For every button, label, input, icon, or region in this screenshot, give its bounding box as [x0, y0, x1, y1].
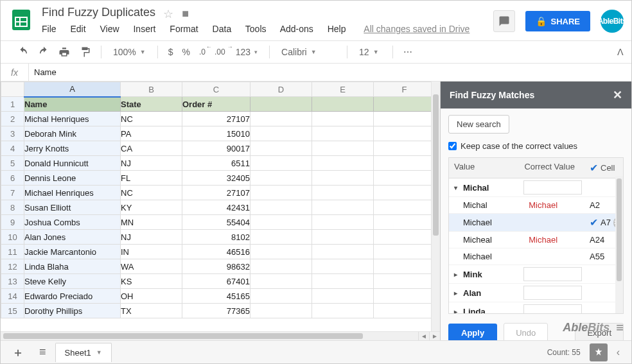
row-header[interactable]: 14 — [1, 289, 24, 304]
keep-case-checkbox[interactable]: Keep case of the correct values — [448, 141, 624, 151]
header-cell[interactable]: Name — [24, 97, 121, 112]
cell[interactable]: KY — [121, 200, 182, 215]
print-icon[interactable] — [55, 44, 74, 60]
cell[interactable]: 55404 — [182, 215, 250, 230]
font-select[interactable]: Calibri▼ — [276, 44, 340, 60]
cell[interactable] — [312, 289, 374, 304]
sheet-tab-menu-icon[interactable]: ▼ — [96, 349, 102, 356]
cell[interactable] — [250, 230, 312, 245]
cell[interactable]: Michael Henriques — [24, 186, 121, 200]
cell[interactable] — [312, 245, 374, 259]
keep-case-input[interactable] — [448, 142, 457, 150]
cell[interactable] — [312, 126, 374, 141]
cell[interactable] — [312, 274, 374, 289]
cell[interactable]: Susan Elliott — [24, 200, 121, 215]
format-percent[interactable]: % — [179, 44, 194, 60]
result-row[interactable]: Michal Michael A2 — [449, 197, 623, 214]
correct-value-input[interactable] — [523, 180, 582, 195]
cell[interactable]: 27107 — [182, 186, 250, 200]
vertical-scrollbar[interactable] — [431, 82, 440, 331]
header-cell[interactable] — [250, 97, 312, 112]
result-group[interactable]: ▾Michal — [449, 178, 623, 197]
cell[interactable]: WA — [121, 259, 182, 274]
all-sheets-button[interactable]: ≡ — [33, 342, 53, 363]
row-header[interactable]: 2 — [1, 112, 24, 126]
account-avatar[interactable]: AbleBits — [601, 10, 624, 33]
row-header[interactable]: 10 — [1, 230, 24, 245]
header-cell[interactable]: State — [121, 97, 182, 112]
cell[interactable]: Jerry Knotts — [24, 141, 121, 156]
cell[interactable] — [374, 156, 435, 171]
cell[interactable] — [374, 230, 435, 245]
menu-view[interactable]: View — [100, 24, 119, 34]
cell[interactable] — [250, 200, 312, 215]
decrease-decimal[interactable]: .0← — [195, 45, 209, 59]
cell[interactable] — [374, 215, 435, 230]
more-tools-icon[interactable]: ⋯ — [399, 44, 416, 60]
share-button[interactable]: 🔒 SHARE — [525, 11, 590, 31]
col-header-F[interactable]: F — [374, 82, 435, 97]
collapse-toolbar-icon[interactable]: ᐱ — [613, 44, 628, 60]
cell[interactable] — [374, 200, 435, 215]
explore-button[interactable] — [590, 343, 608, 361]
col-header-B[interactable]: B — [121, 82, 182, 97]
cell[interactable]: Steve Kelly — [24, 274, 121, 289]
result-row[interactable]: Michael A55 — [449, 248, 623, 265]
move-folder-icon[interactable]: ■ — [182, 7, 189, 20]
cell[interactable]: FL — [121, 171, 182, 186]
result-row[interactable]: Michael ✔A7✕ — [449, 214, 623, 232]
menu-insert[interactable]: Insert — [133, 24, 155, 34]
cell[interactable]: Edwardo Preciado — [24, 289, 121, 304]
cell[interactable]: 77365 — [182, 304, 250, 318]
row-header[interactable]: 5 — [1, 156, 24, 171]
paint-format-icon[interactable] — [75, 44, 94, 60]
row-header[interactable]: 12 — [1, 259, 24, 274]
col-header-cell[interactable]: ✔ Cell — [584, 158, 623, 178]
spreadsheet-grid[interactable]: ABCDEF1NameStateOrder #2Michal Henriques… — [1, 82, 440, 331]
horizontal-scrollbar[interactable]: ◄► — [1, 331, 440, 340]
cell[interactable]: Linda Blaha — [24, 259, 121, 274]
cell[interactable] — [312, 186, 374, 200]
menu-format[interactable]: Format — [170, 24, 198, 34]
header-cell[interactable]: Order # — [182, 97, 250, 112]
font-size-select[interactable]: 12▼ — [354, 44, 386, 60]
row-header[interactable]: 13 — [1, 274, 24, 289]
star-icon[interactable]: ☆ — [163, 8, 173, 21]
expand-icon[interactable]: ▾ — [454, 184, 461, 191]
cell[interactable] — [250, 112, 312, 126]
menu-data[interactable]: Data — [213, 24, 232, 34]
col-header-C[interactable]: C — [182, 82, 250, 97]
cell[interactable] — [374, 112, 435, 126]
menu-help[interactable]: Help — [328, 24, 346, 34]
cell[interactable]: NJ — [121, 156, 182, 171]
row-header[interactable]: 11 — [1, 245, 24, 259]
cell[interactable]: Alan Jones — [24, 230, 121, 245]
cell[interactable]: 8102 — [182, 230, 250, 245]
result-group[interactable]: ▸Alan — [449, 284, 623, 302]
result-group[interactable]: ▸Mink — [449, 265, 623, 284]
cell[interactable] — [374, 274, 435, 289]
cell[interactable]: IN — [121, 245, 182, 259]
cell[interactable] — [374, 171, 435, 186]
cell[interactable] — [374, 304, 435, 318]
menu-addons[interactable]: Add-ons — [280, 24, 313, 34]
panel-vertical-scrollbar[interactable] — [615, 176, 623, 313]
row-header[interactable]: 9 — [1, 215, 24, 230]
cell[interactable]: PA — [121, 126, 182, 141]
cell[interactable] — [374, 141, 435, 156]
new-search-button[interactable]: New search — [448, 115, 509, 134]
col-header-E[interactable]: E — [312, 82, 374, 97]
cell[interactable]: 42431 — [182, 200, 250, 215]
cell[interactable]: OH — [121, 289, 182, 304]
cell[interactable] — [374, 126, 435, 141]
cell[interactable] — [250, 171, 312, 186]
formula-input[interactable]: Name — [29, 67, 57, 77]
sheet-tab[interactable]: Sheet1 ▼ — [55, 343, 112, 362]
cell[interactable]: Deborah Mink — [24, 126, 121, 141]
cell[interactable] — [250, 126, 312, 141]
header-cell[interactable] — [312, 97, 374, 112]
doc-name[interactable]: Find Fuzzy Duplicates — [42, 6, 155, 19]
row-header[interactable]: 15 — [1, 304, 24, 318]
cell[interactable] — [312, 171, 374, 186]
cell[interactable]: 27107 — [182, 112, 250, 126]
